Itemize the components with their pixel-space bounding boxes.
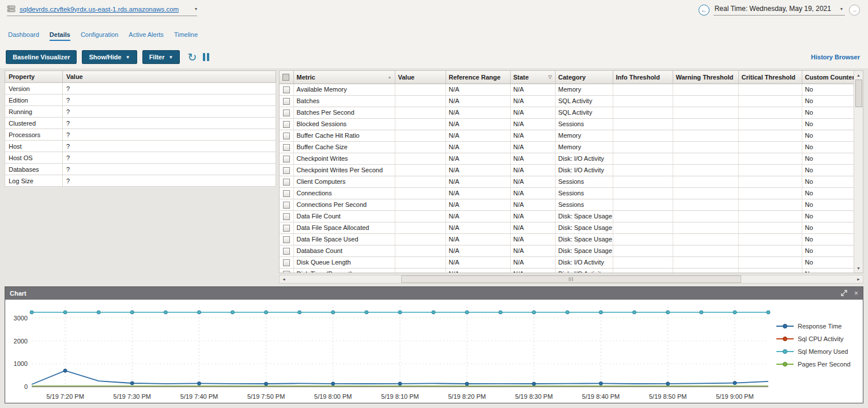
metric-cell bbox=[673, 176, 738, 187]
property-row[interactable]: Host? bbox=[5, 141, 276, 152]
filter-funnel-icon[interactable]: ▽ bbox=[548, 74, 552, 80]
maximize-icon[interactable] bbox=[841, 290, 847, 297]
horizontal-scroll-track[interactable] bbox=[288, 275, 854, 283]
select-all-column-header[interactable] bbox=[280, 71, 293, 84]
metric-row[interactable]: Batches Per SecondN/AN/ASQL ActivityNo bbox=[280, 107, 854, 118]
metric-checkbox[interactable] bbox=[283, 248, 290, 255]
legend-item-pages-per-second[interactable]: Pages Per Second bbox=[776, 361, 863, 368]
realtime-selector[interactable]: Real Time: Wednesday, May 19, 2021 ▾ bbox=[714, 5, 845, 16]
metric-row[interactable]: Client ComputersN/AN/ASessionsNo bbox=[280, 176, 854, 187]
metrics-horizontal-scrollbar[interactable]: ◄ ► bbox=[279, 275, 863, 284]
metric-row[interactable]: Buffer Cache SizeN/AN/AMemoryNo bbox=[280, 141, 854, 153]
metric-checkbox[interactable] bbox=[283, 271, 290, 273]
property-row[interactable]: Databases? bbox=[5, 164, 276, 175]
property-row[interactable]: Host OS? bbox=[5, 152, 276, 164]
metric-row[interactable]: Data File Space UsedN/AN/ADisk: Space Us… bbox=[280, 233, 854, 245]
tab-configuration[interactable]: Configuration bbox=[81, 31, 118, 41]
metric-cell: No bbox=[802, 153, 854, 164]
properties-column-property[interactable]: Property bbox=[5, 71, 63, 83]
show-hide-button[interactable]: Show/Hide ▼ bbox=[82, 50, 137, 64]
metrics-column-header-custom-counter[interactable]: Custom Counter bbox=[802, 71, 854, 84]
metrics-column-header-category[interactable]: Category bbox=[555, 71, 613, 84]
metric-row[interactable]: Available MemoryN/AN/AMemoryNo bbox=[280, 84, 854, 95]
metric-cell: Data File Space Used bbox=[293, 233, 395, 245]
metric-row[interactable]: Data File Space AllocatedN/AN/ADisk: Spa… bbox=[280, 222, 854, 233]
scroll-up-button[interactable]: ▲ bbox=[854, 71, 863, 80]
metrics-column-header-state[interactable]: State▽ bbox=[510, 71, 555, 84]
metrics-column-header-critical-threshold[interactable]: Critical Threshold bbox=[738, 71, 802, 84]
close-icon[interactable]: × bbox=[854, 290, 858, 297]
metric-cell: N/A bbox=[446, 107, 510, 118]
metric-row[interactable]: Checkpoint WritesN/AN/ADisk: I/O Activit… bbox=[280, 153, 854, 164]
metrics-column-header-metric[interactable]: Metric▲ bbox=[293, 71, 395, 84]
metric-row[interactable]: Database CountN/AN/ADisk: Space UsageNo bbox=[280, 245, 854, 256]
metric-checkbox[interactable] bbox=[283, 236, 290, 243]
metrics-vertical-scrollbar[interactable]: ▲ ▼ bbox=[854, 71, 863, 273]
metric-row[interactable]: Blocked SessionsN/AN/ASessionsNo bbox=[280, 118, 854, 130]
property-row[interactable]: Processors? bbox=[5, 129, 276, 141]
metric-checkbox[interactable] bbox=[283, 109, 290, 116]
tab-dashboard[interactable]: Dashboard bbox=[8, 31, 39, 41]
property-value: ? bbox=[63, 83, 276, 95]
metric-row[interactable]: Checkpoint Writes Per SecondN/AN/ADisk: … bbox=[280, 164, 854, 176]
svg-text:5/19 7:40 PM: 5/19 7:40 PM bbox=[180, 393, 218, 400]
metric-cell bbox=[395, 164, 446, 176]
metric-checkbox[interactable] bbox=[283, 133, 290, 139]
metric-checkbox[interactable] bbox=[283, 225, 290, 232]
metrics-column-header-value[interactable]: Value bbox=[395, 71, 446, 84]
metric-cell bbox=[738, 222, 802, 233]
properties-column-value[interactable]: Value bbox=[63, 71, 276, 83]
metric-row[interactable]: Connections Per SecondN/AN/ASessionsNo bbox=[280, 199, 854, 210]
metrics-column-header-info-threshold[interactable]: Info Threshold bbox=[613, 71, 673, 84]
metric-cell bbox=[738, 107, 802, 118]
metric-checkbox[interactable] bbox=[283, 86, 290, 93]
server-selector[interactable]: sqldevrds.czvftek9yrdx.us-east-1.rds.ama… bbox=[7, 5, 197, 16]
metric-checkbox[interactable] bbox=[283, 167, 290, 174]
history-forward-button[interactable]: → bbox=[849, 5, 860, 16]
metrics-table-body: Available MemoryN/AN/AMemoryNoBatchesN/A… bbox=[280, 84, 854, 273]
tab-timeline[interactable]: Timeline bbox=[174, 31, 198, 41]
scroll-down-button[interactable]: ▼ bbox=[854, 264, 863, 273]
horizontal-scroll-thumb[interactable] bbox=[401, 275, 741, 283]
property-row[interactable]: Version? bbox=[5, 83, 276, 95]
property-row[interactable]: Running? bbox=[5, 106, 276, 118]
metric-cell bbox=[395, 153, 446, 164]
refresh-icon[interactable]: ↻ bbox=[187, 52, 197, 63]
history-back-button[interactable]: ← bbox=[699, 5, 710, 16]
tab-details[interactable]: Details bbox=[50, 31, 70, 41]
metric-row[interactable]: Buffer Cache Hit RatioN/AN/AMemoryNo bbox=[280, 130, 854, 141]
property-row[interactable]: Log Size? bbox=[5, 175, 276, 187]
pause-icon[interactable] bbox=[203, 53, 209, 61]
scroll-right-button[interactable]: ► bbox=[854, 275, 863, 283]
metric-checkbox[interactable] bbox=[283, 156, 290, 163]
metric-checkbox[interactable] bbox=[283, 213, 290, 220]
metric-checkbox[interactable] bbox=[283, 179, 290, 186]
baseline-visualizer-button[interactable]: Baseline Visualizer bbox=[6, 50, 77, 64]
metric-row[interactable]: BatchesN/AN/ASQL ActivityNo bbox=[280, 95, 854, 107]
select-all-checkbox[interactable] bbox=[282, 74, 289, 81]
metrics-column-header-warning-threshold[interactable]: Warning Threshold bbox=[673, 71, 738, 84]
tab-active-alerts[interactable]: Active Alerts bbox=[129, 31, 164, 41]
metric-row[interactable]: ConnectionsN/AN/ASessionsNo bbox=[280, 187, 854, 199]
metric-checkbox[interactable] bbox=[283, 98, 290, 105]
metric-checkbox[interactable] bbox=[283, 202, 290, 209]
metric-checkbox[interactable] bbox=[283, 190, 290, 197]
property-row[interactable]: Clustered? bbox=[5, 118, 276, 129]
metric-cell: Connections Per Second bbox=[293, 199, 395, 210]
scroll-left-button[interactable]: ◄ bbox=[280, 275, 288, 283]
metric-row[interactable]: Disk Queue LengthN/AN/ADisk: I/O Activit… bbox=[280, 256, 854, 268]
property-row[interactable]: Edition? bbox=[5, 95, 276, 106]
metric-checkbox[interactable] bbox=[283, 144, 290, 151]
metric-checkbox[interactable] bbox=[283, 121, 290, 128]
legend-item-response-time[interactable]: Response Time bbox=[776, 323, 863, 330]
metric-checkbox[interactable] bbox=[283, 259, 290, 266]
filter-button[interactable]: Filter ▼ bbox=[142, 50, 180, 64]
history-browser-link[interactable]: History Browser bbox=[811, 54, 860, 61]
legend-item-sql-cpu-activity[interactable]: Sql CPU Activity bbox=[776, 335, 863, 342]
metric-row[interactable]: Data File CountN/AN/ADisk: Space UsageNo bbox=[280, 210, 854, 222]
metric-row[interactable]: Disk Time (Percent)N/AN/ADisk: I/O Activ… bbox=[280, 268, 854, 273]
vertical-scroll-thumb[interactable] bbox=[855, 80, 862, 107]
legend-item-sql-memory-used[interactable]: Sql Memory Used bbox=[776, 348, 863, 355]
metrics-column-header-reference-range[interactable]: Reference Range bbox=[446, 71, 510, 84]
vertical-scroll-track[interactable] bbox=[854, 107, 863, 264]
